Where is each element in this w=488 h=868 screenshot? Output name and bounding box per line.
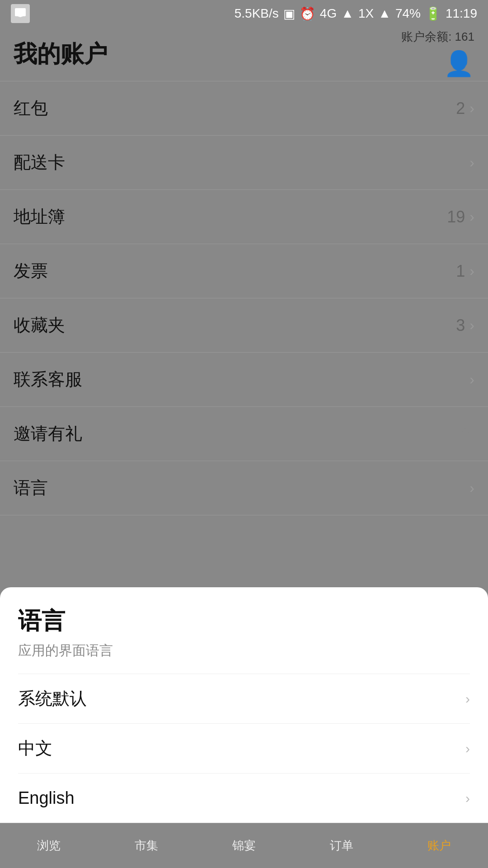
menu-item-dizhishu[interactable]: 地址簿 19 ›	[0, 190, 488, 244]
user-icon: 👤	[444, 49, 474, 78]
alarm-icon: ⏰	[300, 6, 315, 21]
badge-shoucang: 3	[456, 316, 465, 335]
menu-label-language: 语言	[14, 476, 48, 500]
menu-label-hongbao: 红包	[14, 97, 48, 120]
svg-marker-1	[18, 16, 23, 17]
nav-browse[interactable]: 浏览	[0, 823, 98, 868]
chevron-hongbao: ›	[469, 100, 474, 117]
sheet-subtitle: 应用的界面语言	[18, 642, 470, 660]
balance-display: 账户余额: 161	[401, 29, 474, 45]
nav-market[interactable]: 市集	[98, 823, 195, 868]
badge-fapiao: 1	[456, 262, 465, 281]
menu-list: 红包 2 › 配送卡 › 地址簿 19 › 发票 1 › 收藏夹 3 ›	[0, 81, 488, 515]
menu-item-peisongka[interactable]: 配送卡 ›	[0, 136, 488, 190]
nav-orders[interactable]: 订单	[293, 823, 390, 868]
sheet-title: 语言	[18, 605, 470, 637]
language-label-english: English	[18, 788, 75, 808]
menu-label-kefu: 联系客服	[14, 368, 82, 391]
chevron-language: ›	[469, 480, 474, 496]
signal-icon-1: ▲	[341, 6, 354, 21]
svg-rect-4	[459, 436, 472, 440]
status-bar-left	[11, 4, 30, 23]
bottom-nav: 浏览 市集 锦宴 订单 账户	[0, 823, 488, 868]
menu-right-dizhishu: 19 ›	[447, 208, 474, 226]
menu-item-hongbao[interactable]: 红包 2 ›	[0, 81, 488, 136]
nav-label-market: 市集	[135, 838, 158, 854]
battery-percent: 74%	[395, 6, 421, 21]
chevron-default: ›	[465, 691, 470, 707]
menu-right-peisongka: ›	[469, 154, 474, 171]
language-option-english[interactable]: English ›	[18, 773, 470, 823]
header: 我的账户 账户余额: 161 👤	[0, 27, 488, 81]
language-sheet: 语言 应用的界面语言 系统默认 › 中文 › English ›	[0, 587, 488, 823]
menu-item-fapiao[interactable]: 发票 1 ›	[0, 244, 488, 298]
nav-label-account: 账户	[427, 838, 451, 854]
menu-item-invite[interactable]: 邀请有礼	[0, 407, 488, 461]
balance-label: 账户余额:	[401, 30, 451, 43]
menu-item-kefu[interactable]: 联系客服 ›	[0, 353, 488, 407]
menu-right-invite	[456, 425, 474, 443]
menu-label-peisongka: 配送卡	[14, 151, 65, 174]
menu-right-fapiao: 1 ›	[456, 262, 474, 281]
nav-label-orders: 订单	[330, 838, 353, 854]
network-1x: 1X	[358, 6, 374, 21]
chevron-shoucang: ›	[469, 317, 474, 334]
menu-right-shoucang: 3 ›	[456, 316, 474, 335]
chevron-english: ›	[465, 791, 470, 806]
menu-item-shoucang[interactable]: 收藏夹 3 ›	[0, 298, 488, 353]
avatar-button[interactable]: 👤	[443, 47, 474, 79]
balance-value: 161	[455, 30, 474, 43]
chevron-dizhishu: ›	[469, 208, 474, 225]
nav-account[interactable]: 账户	[390, 823, 488, 868]
clock: 11:19	[446, 6, 477, 21]
svg-rect-0	[15, 8, 26, 16]
menu-label-dizhishu: 地址簿	[14, 205, 65, 228]
menu-right-hongbao: 2 ›	[456, 99, 474, 118]
language-label-default: 系统默认	[18, 687, 87, 710]
badge-hongbao: 2	[456, 99, 465, 118]
language-option-default[interactable]: 系统默认 ›	[18, 674, 470, 723]
status-bar: 5.5KB/s ▣ ⏰ 4G ▲ 1X ▲ 74% 🔋 11:19	[0, 0, 488, 27]
header-right: 账户余额: 161 👤	[401, 29, 474, 79]
chevron-peisongka: ›	[469, 154, 474, 171]
menu-item-language[interactable]: 语言 ›	[0, 461, 488, 515]
language-label-chinese: 中文	[18, 737, 52, 760]
vibrate-icon: ▣	[283, 6, 295, 21]
menu-right-language: ›	[469, 480, 474, 496]
svg-rect-2	[463, 437, 468, 438]
menu-label-fapiao: 发票	[14, 259, 48, 283]
battery-icon: 🔋	[425, 6, 441, 21]
nav-label-jinyan: 锦宴	[232, 838, 256, 854]
signal-icon-2: ▲	[378, 6, 391, 21]
chevron-chinese: ›	[465, 741, 470, 756]
network-4g: 4G	[320, 6, 337, 21]
nav-jinyan[interactable]: 锦宴	[195, 823, 293, 868]
page-title: 我的账户	[14, 41, 108, 67]
language-option-chinese[interactable]: 中文 ›	[18, 723, 470, 773]
menu-label-invite: 邀请有礼	[14, 422, 82, 445]
share-icon	[456, 425, 474, 443]
badge-dizhishu: 19	[447, 208, 465, 226]
menu-label-shoucang: 收藏夹	[14, 314, 65, 337]
menu-right-kefu: ›	[469, 371, 474, 388]
chevron-fapiao: ›	[469, 263, 474, 279]
network-speed: 5.5KB/s	[235, 6, 279, 21]
header-left: 我的账户	[14, 38, 108, 70]
chevron-kefu: ›	[469, 371, 474, 388]
notification-icon	[11, 4, 30, 23]
nav-label-browse: 浏览	[37, 838, 61, 854]
status-bar-right: 5.5KB/s ▣ ⏰ 4G ▲ 1X ▲ 74% 🔋 11:19	[235, 6, 477, 21]
